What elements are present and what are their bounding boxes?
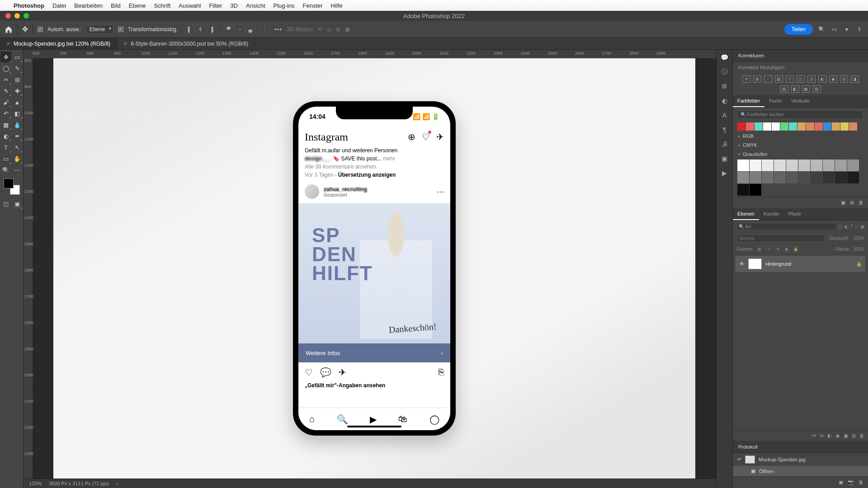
stamp-tool[interactable]: ▲ [12,97,23,108]
lasso-tool[interactable]: ◯ [0,63,11,74]
layer-filter[interactable]: 🔍 Art [736,223,837,230]
screen-mode-tool[interactable]: ▣ [12,198,23,209]
delete-layer-icon[interactable]: 🗑 [859,433,864,439]
bw-icon[interactable]: ◐ [818,75,826,83]
delete-state-icon[interactable]: 🗑 [859,479,863,485]
menu-help[interactable]: Hilfe [331,2,343,9]
exposure-icon[interactable]: ▨ [775,75,783,83]
swatch[interactable] [789,122,797,131]
status-chevron-icon[interactable]: › [116,481,118,486]
color-balance-icon[interactable]: ⚖ [807,75,816,83]
properties-icon[interactable]: ⚙ [721,82,729,90]
curves-icon[interactable]: ⟋ [764,75,772,83]
gray-swatch[interactable] [774,172,786,183]
comments-icon[interactable]: 💬 [721,53,729,61]
distribute-icon[interactable]: ⋮ [260,24,270,34]
snapshot-icon[interactable]: 📷 [848,479,854,485]
align-left-icon[interactable]: ▌ [185,24,195,34]
folder-rgb[interactable]: RGB [733,131,868,141]
close-button[interactable] [5,13,11,19]
gray-swatch[interactable] [762,160,774,171]
filter-shape-icon[interactable]: ▱ [855,224,859,229]
history-brush-icon[interactable]: ↶ [737,457,741,463]
align-center-h-icon[interactable]: ┿ [196,24,206,34]
menu-layer[interactable]: Ebene [129,2,146,9]
new-doc-from-state-icon[interactable]: ▣ [839,479,843,485]
swatch[interactable] [806,122,814,131]
layer-thumbnail[interactable] [748,258,762,269]
swatch[interactable] [755,122,763,131]
threshold-icon[interactable]: ◧ [791,85,799,93]
lock-pixels-icon[interactable]: ✎ [765,246,772,252]
blur-tool[interactable]: 💧 [12,119,23,130]
delete-swatch-icon[interactable]: 🗑 [859,200,863,206]
tab-color[interactable]: Farbe [764,95,787,107]
lock-icon[interactable]: 🔒 [856,262,862,267]
edit-toolbar[interactable]: ⋯ [12,164,23,175]
menu-file[interactable]: Datei [52,2,66,9]
swatch[interactable] [849,122,857,131]
gray-swatch[interactable] [811,172,822,183]
share-export-icon[interactable]: ⇧ [855,25,863,33]
hand-tool[interactable]: ✋ [12,153,23,164]
hue-icon[interactable]: ◫ [797,75,805,83]
dodge-tool[interactable]: ◐ [0,131,11,141]
share-button[interactable]: Teilen [784,24,813,35]
swatch-search[interactable]: 🔍 Farbfelder suchen [737,110,863,119]
swatch[interactable] [840,122,849,131]
search-icon[interactable]: 🔍 [817,25,826,33]
posterize-icon[interactable]: ▤ [780,85,788,93]
swatch[interactable] [746,122,754,131]
mask-icon[interactable]: ◐ [827,433,832,439]
filter-pixel-icon[interactable]: ▢ [839,224,843,229]
gray-swatch[interactable] [737,172,749,183]
gray-swatch[interactable] [737,160,749,171]
fx-icon[interactable]: fx [820,433,824,439]
gray-swatch[interactable] [835,160,847,171]
app-name[interactable]: Photoshop [14,2,44,9]
pen-tool[interactable]: ✒ [12,131,23,141]
tab-channels[interactable]: Kanäle [759,208,783,220]
move-tool[interactable]: ✥ [0,52,11,62]
menu-3d[interactable]: 3D [230,2,238,9]
workspace-switcher-icon[interactable]: ▾ [843,25,851,33]
zoom-tool[interactable]: 🔍 [0,164,11,175]
tab-paths[interactable]: Pfade [783,208,806,220]
blend-mode-dropdown[interactable]: Normal [736,235,825,242]
filter-adj-icon[interactable]: ◐ [844,224,849,229]
gray-swatch[interactable] [847,160,859,171]
menu-window[interactable]: Fenster [303,2,323,9]
vibrance-icon[interactable]: ▽ [786,75,794,83]
gray-swatch[interactable] [798,160,810,171]
libraries-icon[interactable]: ▣ [721,155,729,163]
gray-swatch[interactable] [823,160,835,171]
new-layer-icon[interactable]: ⊞ [852,433,856,439]
path-tool[interactable]: ↖ [12,142,23,153]
workspace-icon[interactable]: ▭ [830,25,838,33]
color-swatches[interactable] [4,178,20,195]
quick-mask-tool[interactable]: ◫ [0,198,11,209]
group-icon[interactable]: ▣ [844,433,848,439]
actions-icon[interactable]: ▶ [721,169,729,177]
selective-color-icon[interactable]: ▥ [813,85,821,93]
invert-icon[interactable]: ◨ [851,75,859,83]
menu-plugins[interactable]: Plug-ins [274,2,295,9]
doc-dimensions[interactable]: 3500 Px x 3111 Px (72 ppi) [49,481,109,486]
ruler-vertical[interactable]: 8009001000110012001300140015001600170018… [24,58,33,479]
gray-swatch[interactable] [835,172,847,183]
gray-swatch[interactable] [847,172,859,183]
swatch[interactable] [737,122,745,131]
align-right-icon[interactable]: ▐ [207,24,217,34]
new-group-icon[interactable]: ▣ [841,200,845,206]
frame-tool[interactable]: ⊞ [12,74,23,85]
tab-layers[interactable]: Ebenen [733,208,759,220]
lock-artboard-icon[interactable]: ▣ [783,246,790,252]
gray-swatch[interactable] [798,172,810,183]
history-panel-title[interactable]: Protokoll [733,441,868,453]
gradient-tool[interactable]: ▦ [0,119,11,130]
more-options-icon[interactable]: ••• [274,26,283,33]
link-icon[interactable]: ⚯ [812,433,816,439]
lock-all-icon[interactable]: 🔒 [793,246,799,252]
swatch[interactable] [780,122,788,131]
align-center-v-icon[interactable]: ─ [235,24,245,34]
